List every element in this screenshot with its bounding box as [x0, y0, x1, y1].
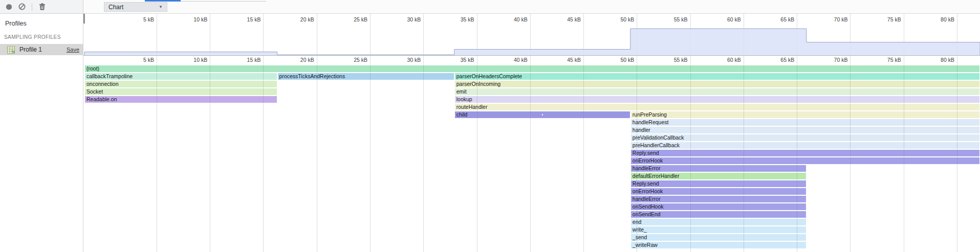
flame-gridline: [370, 64, 371, 252]
panel-header: Chart ▼: [83, 0, 980, 14]
ruler-tick-label: 10 kB: [171, 57, 207, 63]
ruler-tick-label: 15 kB: [225, 16, 260, 22]
flame-bar[interactable]: emit: [455, 88, 979, 95]
ruler-tick-label: 30 kB: [385, 16, 421, 22]
clear-profiles-icon[interactable]: [18, 3, 26, 10]
memory-overview[interactable]: 5 kB10 kB15 kB20 kB25 kB30 kB35 kB40 kB4…: [83, 14, 980, 64]
memory-profiler-panel: Chart ▼ Profiles SAMPLING PROFILES % Pro…: [0, 0, 980, 252]
flame-bar[interactable]: _writeRaw: [631, 242, 806, 248]
ruler-tick-label: 65 kB: [758, 16, 794, 22]
flame-bar[interactable]: (root): [85, 65, 979, 72]
profiles-sidebar: Profiles SAMPLING PROFILES % Profile 1 S…: [0, 14, 83, 252]
flame-bar[interactable]: runPreParsing: [631, 111, 979, 118]
flame-bar[interactable]: preValidationCallback: [631, 134, 979, 141]
flame-bar[interactable]: onSendHook: [631, 203, 806, 210]
flame-bar[interactable]: handleRequest: [631, 119, 979, 126]
flame-bar[interactable]: parserOnHeadersComplete: [455, 73, 979, 80]
active-tab-indicator: [145, 0, 181, 2]
ruler-tick-label: 5 kB: [118, 57, 154, 63]
flame-gridline: [317, 64, 317, 252]
ruler-tick-label: 60 kB: [705, 16, 741, 22]
ruler-tick-label: 80 kB: [919, 57, 954, 63]
profiler-toolbar: [0, 0, 83, 14]
ruler-tick-label: 50 kB: [598, 57, 634, 63]
ruler-tick-label: 50 kB: [598, 16, 634, 22]
ruler-tick-label: 40 kB: [492, 57, 528, 63]
ruler-tick-label: 80 kB: [919, 16, 954, 22]
flame-bar[interactable]: onconnection: [85, 81, 277, 87]
profile-name: Profile 1: [19, 46, 67, 53]
flame-bar[interactable]: Socket: [85, 88, 277, 95]
ruler-tick-label: 35 kB: [439, 16, 474, 22]
flame-bar[interactable]: lookup: [455, 96, 979, 103]
ruler-tick-label: 55 kB: [652, 16, 688, 22]
ruler-tick-label: 20 kB: [278, 57, 314, 63]
profile-list-item[interactable]: % Profile 1 Save: [0, 44, 83, 55]
flame-bar[interactable]: handleError: [631, 165, 806, 172]
flame-bar[interactable]: Readable.on: [85, 96, 277, 103]
flame-bar[interactable]: write_: [631, 226, 806, 233]
sampling-profiles-section-label: SAMPLING PROFILES: [0, 27, 83, 40]
ruler-tick-label: 25 kB: [332, 57, 367, 63]
ruler-tick-label: 75 kB: [865, 57, 901, 63]
ruler-tick-label: 70 kB: [812, 16, 847, 22]
view-selector-dropdown[interactable]: Chart ▼: [104, 2, 167, 12]
ruler-tick-label: 65 kB: [758, 57, 794, 63]
flame-chart[interactable]: (root)callbackTrampolineprocessTicksAndR…: [83, 64, 980, 252]
flame-bar[interactable]: Reply.send: [631, 180, 806, 187]
toolbar-separator: [32, 3, 32, 11]
view-selector-value: Chart: [108, 4, 123, 11]
flame-bar[interactable]: parserOnIncoming: [455, 81, 979, 87]
delete-profile-icon[interactable]: [38, 3, 46, 10]
ruler-tick-label: 45 kB: [545, 16, 581, 22]
flame-bar[interactable]: preHandlerCallback: [631, 142, 979, 149]
flame-bar[interactable]: onErrorHook: [631, 157, 979, 164]
ruler-tick-label: 20 kB: [278, 16, 314, 22]
record-profile-button[interactable]: [5, 3, 12, 10]
ruler-tick-label: 70 kB: [812, 57, 847, 63]
flame-bar[interactable]: _send: [631, 234, 806, 241]
flame-gridline: [423, 64, 424, 252]
chart-region: 5 kB10 kB15 kB20 kB25 kB30 kB35 kB40 kB4…: [83, 14, 980, 252]
flame-bar[interactable]: onErrorHook: [631, 188, 806, 195]
flame-bar[interactable]: routeHandler: [455, 104, 979, 110]
flame-bar[interactable]: handleError: [631, 196, 806, 202]
ruler-tick-label: 15 kB: [225, 57, 260, 63]
profile-table-icon: %: [7, 46, 15, 54]
ruler-tick-label: 35 kB: [439, 57, 474, 63]
ruler-tick-label: 60 kB: [705, 57, 741, 63]
flame-bar[interactable]: defaultErrorHandler: [631, 173, 806, 179]
svg-text:%: %: [12, 50, 15, 54]
ruler-tick-label: 10 kB: [171, 16, 207, 22]
overview-left-edge-marker: [83, 14, 85, 24]
save-profile-link[interactable]: Save: [67, 47, 79, 53]
flame-bar[interactable]: handler: [631, 127, 979, 133]
ruler-tick-label: 5 kB: [118, 16, 154, 22]
ruler-tick-label: 30 kB: [385, 57, 421, 63]
flame-bar[interactable]: callbackTrampoline: [85, 73, 277, 80]
tab-strip-line: [181, 1, 266, 2]
flame-bar[interactable]: onSendEnd: [631, 211, 806, 218]
chevron-down-icon: ▼: [159, 5, 163, 9]
ruler-tick-label: 40 kB: [492, 16, 528, 22]
flame-bar[interactable]: processTicksAndRejections: [278, 73, 454, 80]
ruler-tick-label: 45 kB: [545, 57, 581, 63]
flame-bar[interactable]: child: [455, 111, 630, 118]
overview-baseline: [83, 55, 980, 56]
sidebar-title: Profiles: [0, 14, 83, 27]
ruler-tick-label: 55 kB: [652, 57, 688, 63]
flame-bar[interactable]: Reply.send: [631, 150, 979, 156]
overview-area-chart[interactable]: [83, 24, 980, 56]
overview-area-svg: [83, 24, 980, 56]
flame-bar[interactable]: end: [631, 219, 806, 225]
ruler-tick-label: 75 kB: [865, 16, 901, 22]
ruler-tick-label: 25 kB: [332, 16, 367, 22]
